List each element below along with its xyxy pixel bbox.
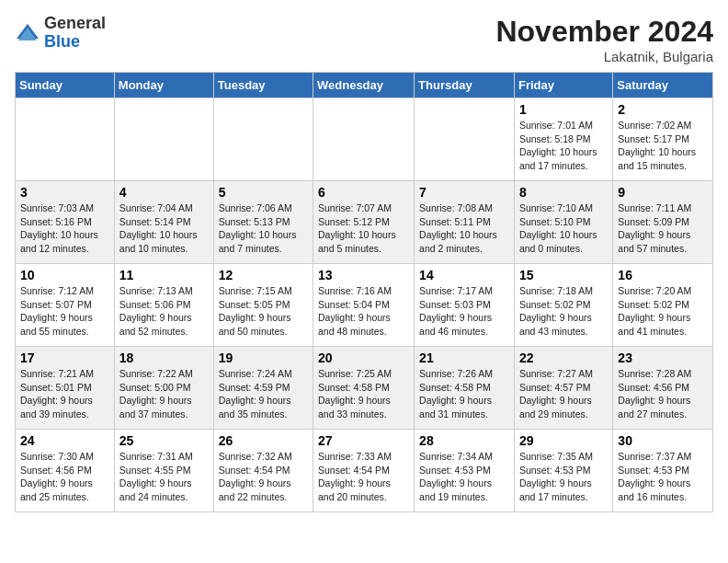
day-number: 17	[20, 350, 109, 365]
header: General Blue November 2024 Lakatnik, Bul…	[15, 15, 713, 64]
day-number: 5	[219, 185, 308, 200]
day-info: Sunrise: 7:03 AM Sunset: 5:16 PM Dayligh…	[20, 201, 109, 256]
calendar-cell: 3Sunrise: 7:03 AM Sunset: 5:16 PM Daylig…	[16, 181, 115, 264]
calendar-cell: 2Sunrise: 7:02 AM Sunset: 5:17 PM Daylig…	[613, 98, 713, 181]
day-info: Sunrise: 7:08 AM Sunset: 5:11 PM Dayligh…	[419, 201, 509, 256]
day-number: 3	[20, 185, 109, 200]
calendar-cell: 11Sunrise: 7:13 AM Sunset: 5:06 PM Dayli…	[114, 264, 213, 347]
calendar-cell: 6Sunrise: 7:07 AM Sunset: 5:12 PM Daylig…	[313, 181, 415, 264]
day-number: 1	[519, 102, 608, 117]
day-info: Sunrise: 7:35 AM Sunset: 4:53 PM Dayligh…	[519, 450, 608, 504]
calendar-title: November 2024	[495, 15, 713, 49]
calendar-cell: 19Sunrise: 7:24 AM Sunset: 4:59 PM Dayli…	[213, 347, 313, 430]
calendar-cell: 9Sunrise: 7:11 AM Sunset: 5:09 PM Daylig…	[613, 181, 713, 264]
calendar-cell: 26Sunrise: 7:32 AM Sunset: 4:54 PM Dayli…	[213, 430, 313, 512]
day-info: Sunrise: 7:20 AM Sunset: 5:02 PM Dayligh…	[618, 284, 708, 339]
day-info: Sunrise: 7:37 AM Sunset: 4:53 PM Dayligh…	[618, 450, 708, 504]
logo: General Blue	[15, 15, 106, 52]
day-info: Sunrise: 7:26 AM Sunset: 4:58 PM Dayligh…	[419, 367, 509, 421]
calendar-cell: 22Sunrise: 7:27 AM Sunset: 4:57 PM Dayli…	[514, 347, 612, 430]
day-number: 18	[119, 350, 209, 365]
day-info: Sunrise: 7:34 AM Sunset: 4:53 PM Dayligh…	[419, 450, 509, 504]
calendar-cell: 18Sunrise: 7:22 AM Sunset: 5:00 PM Dayli…	[114, 347, 213, 430]
calendar-body: 1Sunrise: 7:01 AM Sunset: 5:18 PM Daylig…	[16, 98, 713, 512]
day-info: Sunrise: 7:02 AM Sunset: 5:17 PM Dayligh…	[618, 119, 708, 173]
calendar-cell: 1Sunrise: 7:01 AM Sunset: 5:18 PM Daylig…	[514, 98, 612, 181]
day-info: Sunrise: 7:18 AM Sunset: 5:02 PM Dayligh…	[519, 284, 608, 339]
calendar-cell: 12Sunrise: 7:15 AM Sunset: 5:05 PM Dayli…	[213, 264, 313, 347]
day-number: 20	[318, 350, 409, 365]
calendar-cell: 7Sunrise: 7:08 AM Sunset: 5:11 PM Daylig…	[415, 181, 515, 264]
day-number: 22	[519, 350, 608, 365]
day-info: Sunrise: 7:15 AM Sunset: 5:05 PM Dayligh…	[219, 284, 308, 339]
calendar-cell: 16Sunrise: 7:20 AM Sunset: 5:02 PM Dayli…	[613, 264, 713, 347]
day-info: Sunrise: 7:33 AM Sunset: 4:54 PM Dayligh…	[318, 450, 409, 504]
calendar-cell: 10Sunrise: 7:12 AM Sunset: 5:07 PM Dayli…	[16, 264, 115, 347]
title-area: November 2024 Lakatnik, Bulgaria	[495, 15, 713, 64]
calendar-cell: 24Sunrise: 7:30 AM Sunset: 4:56 PM Dayli…	[16, 430, 115, 512]
calendar-cell: 5Sunrise: 7:06 AM Sunset: 5:13 PM Daylig…	[213, 181, 313, 264]
day-info: Sunrise: 7:07 AM Sunset: 5:12 PM Dayligh…	[318, 201, 409, 256]
day-info: Sunrise: 7:27 AM Sunset: 4:57 PM Dayligh…	[519, 367, 608, 421]
day-info: Sunrise: 7:06 AM Sunset: 5:13 PM Dayligh…	[219, 201, 308, 256]
day-info: Sunrise: 7:10 AM Sunset: 5:10 PM Dayligh…	[519, 201, 608, 256]
header-col-tuesday: Tuesday	[213, 73, 313, 98]
header-col-saturday: Saturday	[613, 73, 713, 98]
calendar-cell: 23Sunrise: 7:28 AM Sunset: 4:56 PM Dayli…	[613, 347, 713, 430]
day-number: 19	[219, 350, 308, 365]
logo-icon	[15, 20, 40, 46]
day-info: Sunrise: 7:04 AM Sunset: 5:14 PM Dayligh…	[119, 201, 209, 256]
day-number: 23	[618, 350, 708, 365]
day-number: 27	[318, 433, 409, 448]
day-number: 12	[219, 268, 308, 282]
day-number: 26	[219, 433, 308, 448]
calendar-cell: 8Sunrise: 7:10 AM Sunset: 5:10 PM Daylig…	[514, 181, 612, 264]
calendar-subtitle: Lakatnik, Bulgaria	[495, 49, 713, 64]
week-row-5: 24Sunrise: 7:30 AM Sunset: 4:56 PM Dayli…	[16, 430, 713, 512]
day-number: 25	[119, 433, 209, 448]
calendar-cell: 4Sunrise: 7:04 AM Sunset: 5:14 PM Daylig…	[114, 181, 213, 264]
calendar-cell: 30Sunrise: 7:37 AM Sunset: 4:53 PM Dayli…	[613, 430, 713, 512]
calendar-cell: 15Sunrise: 7:18 AM Sunset: 5:02 PM Dayli…	[514, 264, 612, 347]
logo-blue-text: Blue	[44, 32, 80, 51]
day-info: Sunrise: 7:22 AM Sunset: 5:00 PM Dayligh…	[119, 367, 209, 421]
day-number: 6	[318, 185, 409, 200]
calendar-cell: 14Sunrise: 7:17 AM Sunset: 5:03 PM Dayli…	[415, 264, 515, 347]
week-row-4: 17Sunrise: 7:21 AM Sunset: 5:01 PM Dayli…	[16, 347, 713, 430]
day-info: Sunrise: 7:32 AM Sunset: 4:54 PM Dayligh…	[219, 450, 308, 504]
header-col-friday: Friday	[514, 73, 612, 98]
day-number: 7	[419, 185, 509, 200]
day-number: 21	[419, 350, 509, 365]
week-row-1: 1Sunrise: 7:01 AM Sunset: 5:18 PM Daylig…	[16, 98, 713, 181]
calendar-cell: 13Sunrise: 7:16 AM Sunset: 5:04 PM Dayli…	[313, 264, 415, 347]
day-number: 13	[318, 268, 409, 282]
day-number: 16	[618, 268, 708, 282]
day-info: Sunrise: 7:21 AM Sunset: 5:01 PM Dayligh…	[20, 367, 109, 421]
day-info: Sunrise: 7:13 AM Sunset: 5:06 PM Dayligh…	[119, 284, 209, 339]
day-number: 2	[618, 102, 708, 117]
calendar-cell	[415, 98, 515, 181]
day-number: 10	[20, 268, 109, 282]
day-info: Sunrise: 7:24 AM Sunset: 4:59 PM Dayligh…	[219, 367, 308, 421]
header-col-sunday: Sunday	[16, 73, 115, 98]
day-number: 8	[519, 185, 608, 200]
header-col-wednesday: Wednesday	[313, 73, 415, 98]
calendar-cell: 17Sunrise: 7:21 AM Sunset: 5:01 PM Dayli…	[16, 347, 115, 430]
calendar-cell: 25Sunrise: 7:31 AM Sunset: 4:55 PM Dayli…	[114, 430, 213, 512]
week-row-2: 3Sunrise: 7:03 AM Sunset: 5:16 PM Daylig…	[16, 181, 713, 264]
calendar-cell: 21Sunrise: 7:26 AM Sunset: 4:58 PM Dayli…	[415, 347, 515, 430]
logo-text: General Blue	[44, 15, 106, 52]
calendar-table: SundayMondayTuesdayWednesdayThursdayFrid…	[15, 72, 713, 512]
header-row: SundayMondayTuesdayWednesdayThursdayFrid…	[16, 73, 713, 98]
calendar-header: SundayMondayTuesdayWednesdayThursdayFrid…	[16, 73, 713, 98]
day-info: Sunrise: 7:31 AM Sunset: 4:55 PM Dayligh…	[119, 450, 209, 504]
day-info: Sunrise: 7:12 AM Sunset: 5:07 PM Dayligh…	[20, 284, 109, 339]
calendar-cell: 28Sunrise: 7:34 AM Sunset: 4:53 PM Dayli…	[415, 430, 515, 512]
calendar-cell: 29Sunrise: 7:35 AM Sunset: 4:53 PM Dayli…	[514, 430, 612, 512]
day-info: Sunrise: 7:17 AM Sunset: 5:03 PM Dayligh…	[419, 284, 509, 339]
day-number: 9	[618, 185, 708, 200]
day-info: Sunrise: 7:11 AM Sunset: 5:09 PM Dayligh…	[618, 201, 708, 256]
day-info: Sunrise: 7:01 AM Sunset: 5:18 PM Dayligh…	[519, 119, 608, 173]
calendar-cell	[16, 98, 115, 181]
day-info: Sunrise: 7:16 AM Sunset: 5:04 PM Dayligh…	[318, 284, 409, 339]
